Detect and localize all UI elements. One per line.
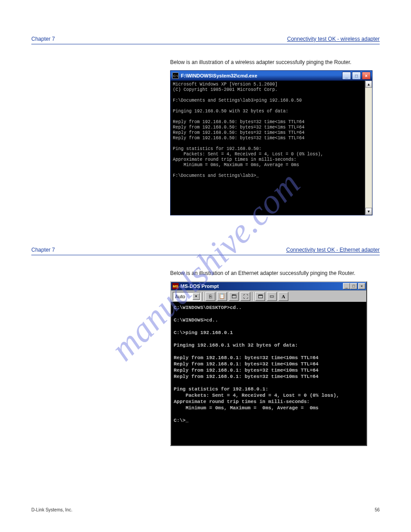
divider-2 xyxy=(31,255,380,255)
scroll-up-button[interactable]: ▲ xyxy=(365,81,372,88)
font-button[interactable]: A xyxy=(278,292,288,301)
chapter-ref-1: Chapter 7 xyxy=(31,36,55,42)
window-title-9x: MS-DOS Prompt xyxy=(180,283,343,289)
cmd-icon: C:\ xyxy=(172,73,179,79)
footer-page-number: 56 xyxy=(375,507,380,512)
scroll-track[interactable] xyxy=(365,88,372,208)
section-header-2: Chapter 7 Connectivity test OK - Etherne… xyxy=(31,247,380,253)
msdos-icon: MS xyxy=(172,283,179,289)
copy-button[interactable]: ⎘ xyxy=(206,292,215,301)
cmd-window-xp: C:\ F:\WINDOWS\System32\cmd.exe _ □ × Mi… xyxy=(170,70,372,215)
toolbar-9x: Auto ⎘ 📋 🗔 ⛶ 🗖 ▭ A xyxy=(171,290,366,302)
paste-button[interactable]: 📋 xyxy=(217,292,227,301)
document-page: Chapter 7 Connectivity test OK - wireles… xyxy=(0,0,411,464)
select-value: Auto xyxy=(175,294,185,299)
section-header-1: Chapter 7 Connectivity test OK - wireles… xyxy=(31,36,380,42)
properties-button[interactable]: 🗔 xyxy=(229,292,239,301)
console-output-9x[interactable]: C:\WINDOWS\DESKTOP>cd.. C:\WINDOWS>cd.. … xyxy=(171,302,366,445)
close-button[interactable]: × xyxy=(358,283,365,289)
body-text-2: Below is an illustration of an Ethernet … xyxy=(170,270,380,277)
fullscreen-button[interactable]: ⛶ xyxy=(240,292,250,301)
chapter-ref-2: Chapter 7 xyxy=(31,247,55,253)
titlebar-xp[interactable]: C:\ F:\WINDOWS\System32\cmd.exe _ □ × xyxy=(171,71,372,81)
minimize-button[interactable]: _ xyxy=(342,72,351,80)
msdos-window: MS MS-DOS Prompt _ □ × Auto ⎘ 📋 🗔 ⛶ 🗖 ▭ … xyxy=(170,281,367,446)
scrollbar[interactable]: ▲ ▼ xyxy=(365,81,372,215)
window-title-xp: F:\WINDOWS\System32\cmd.exe xyxy=(181,73,342,78)
console-output-xp[interactable]: Microsoft Windows XP [Version 5.1.2600] … xyxy=(171,81,365,215)
page-footer: D-Link Systems, Inc. 56 xyxy=(31,507,380,512)
background-button[interactable]: 🗖 xyxy=(255,292,265,301)
section-title-2: Connectivity test OK - Ethernet adapter xyxy=(286,247,380,253)
maximize-button[interactable]: □ xyxy=(350,283,357,289)
mark-button[interactable]: ▭ xyxy=(267,292,277,301)
font-size-select[interactable]: Auto xyxy=(173,292,201,301)
divider-1 xyxy=(31,44,380,44)
section-title-1: Connectivity test OK - wireless adapter xyxy=(287,36,380,42)
minimize-button[interactable]: _ xyxy=(343,283,350,289)
footer-left: D-Link Systems, Inc. xyxy=(31,507,73,512)
maximize-button[interactable]: □ xyxy=(352,72,361,80)
scroll-down-button[interactable]: ▼ xyxy=(365,208,372,215)
body-text-1: Below is an illustration of a wireless a… xyxy=(170,59,380,66)
toolbar-separator xyxy=(252,292,253,301)
titlebar-9x[interactable]: MS MS-DOS Prompt _ □ × xyxy=(171,282,366,290)
close-button[interactable]: × xyxy=(362,72,371,80)
toolbar-separator xyxy=(202,292,204,301)
